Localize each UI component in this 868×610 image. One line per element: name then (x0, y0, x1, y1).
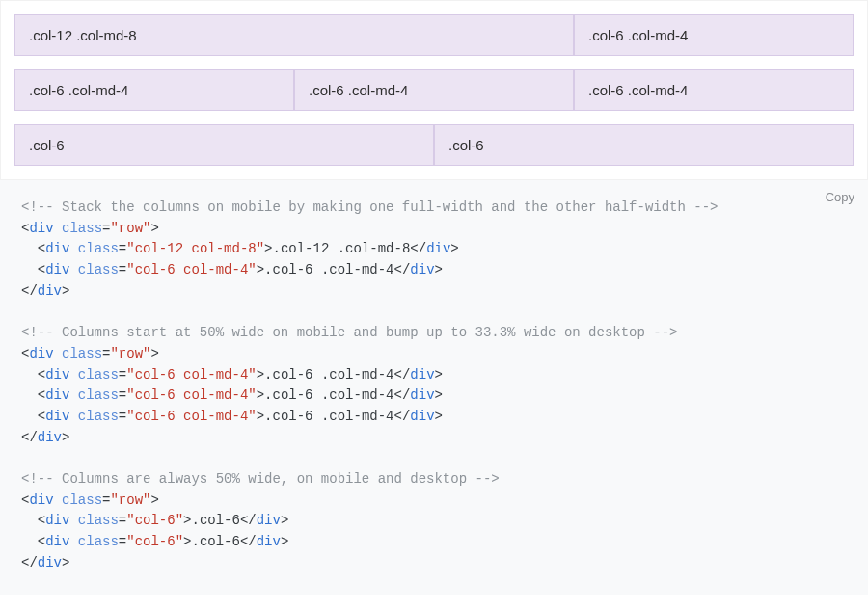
grid-column: .col-6 .col-md-4 (574, 69, 854, 111)
code-line: <div class="col-6">.col-6</div> (21, 532, 847, 553)
code-line: <div class="col-6 col-md-4">.col-6 .col-… (21, 385, 847, 407)
code-line: </div> (21, 428, 847, 449)
grid-row: .col-6 .col-md-4.col-6 .col-md-4.col-6 .… (14, 69, 854, 111)
code-line: <div class="row"> (21, 491, 847, 512)
grid-column: .col-6 (14, 124, 434, 166)
grid-column: .col-6 (434, 124, 854, 166)
code-line: <div class="col-6 col-md-4">.col-6 .col-… (21, 365, 847, 386)
grid-row: .col-6.col-6 (14, 124, 854, 166)
grid-column: .col-6 .col-md-4 (574, 14, 854, 56)
grid-column: .col-12 .col-md-8 (14, 14, 574, 56)
code-line: <!-- Stack the columns on mobile by maki… (21, 198, 847, 219)
code-line: <div class="col-6 col-md-4">.col-6 .col-… (21, 407, 847, 428)
code-line: </div> (21, 281, 847, 303)
code-line (21, 448, 847, 469)
code-line: <div class="col-6">.col-6</div> (21, 511, 847, 532)
code-line: <div class="row"> (21, 344, 847, 365)
copy-button[interactable]: Copy (826, 188, 854, 207)
code-line: </div> (21, 553, 847, 574)
grid-column: .col-6 .col-md-4 (14, 69, 294, 111)
code-line: <div class="row"> (21, 219, 847, 240)
code-line: <!-- Columns start at 50% wide on mobile… (21, 323, 847, 344)
code-line: <!-- Columns are always 50% wide, on mob… (21, 469, 847, 491)
grid-column: .col-6 .col-md-4 (294, 69, 574, 111)
code-line: <div class="col-6 col-md-4">.col-6 .col-… (21, 260, 847, 281)
code-line: <div class="col-12 col-md-8">.col-12 .co… (21, 239, 847, 260)
code-example: Copy <!-- Stack the columns on mobile by… (0, 180, 868, 595)
code-line (21, 302, 847, 323)
grid-example: .col-12 .col-md-8.col-6 .col-md-4.col-6 … (0, 0, 868, 180)
grid-row: .col-12 .col-md-8.col-6 .col-md-4 (14, 14, 854, 56)
